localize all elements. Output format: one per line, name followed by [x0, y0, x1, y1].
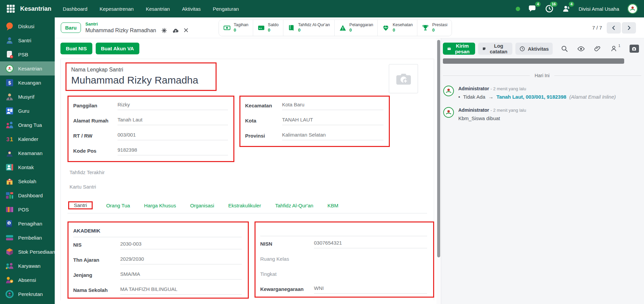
field-label-tahfidz-terakhir[interactable]: Tahfidz Terakhir — [70, 169, 427, 175]
chatter-message: Administrator - 2 menit yang lalu Kbm_Si… — [443, 107, 644, 121]
sidebar-item-kalender[interactable]: 31 Kalender — [0, 132, 55, 146]
sidebar-item-stok[interactable]: Stok Persediaan — [0, 245, 55, 259]
status-badge[interactable]: Baru — [61, 22, 81, 33]
field-label-kartu-santri[interactable]: Kartu Santri — [70, 184, 427, 190]
message-author[interactable]: Administrator — [458, 86, 489, 91]
field-input[interactable]: Kota Baru — [282, 101, 383, 110]
field-input[interactable] — [314, 272, 427, 275]
eye-icon[interactable] — [577, 45, 585, 52]
stat-button-kesehatan[interactable]: Kesehatan0 — [377, 20, 417, 36]
sidebar-item-keamanan[interactable]: Keamanan — [0, 146, 55, 160]
search-messages-icon[interactable] — [561, 45, 568, 52]
tracking-arrow: → — [488, 94, 493, 100]
sidebar-item-kesantrian[interactable]: Kesantrian — [0, 61, 55, 75]
annotation-box-tab-santri: Santri — [68, 201, 93, 209]
messages-icon[interactable]: 4 — [528, 4, 537, 13]
activity-button[interactable]: Aktivitas — [515, 43, 553, 55]
sidebar-item-santri[interactable]: Santri — [0, 33, 55, 47]
field-input[interactable] — [314, 257, 427, 260]
stat-button-pelanggaran[interactable]: Pelanggaran0 — [334, 20, 378, 36]
sidebar-item-karyawan[interactable]: Karyawan — [0, 259, 55, 273]
gear-icon[interactable] — [161, 28, 167, 34]
log-note-button[interactable]: Log catatan — [478, 43, 512, 55]
requests-icon[interactable]: $ 4 — [562, 4, 570, 13]
menu-kepesantrenan[interactable]: Kepesantrenan — [99, 6, 134, 12]
stat-button-prestasi[interactable]: Prestasi0 — [417, 20, 452, 36]
tracking-new-value-link[interactable]: Tanah Laut, 003/001, 9182398 — [496, 94, 566, 100]
sidebar-item-psb[interactable]: PSB — [0, 47, 55, 61]
sidebar-item-pembelian[interactable]: Pembelian — [0, 231, 55, 245]
field-label: NIS — [73, 242, 120, 248]
send-message-button[interactable]: Kirim pesan — [443, 43, 475, 55]
stat-button-tahfidz[interactable]: Tahfidz Al-Qur'an0 — [283, 20, 334, 36]
inventory-cube-icon — [5, 247, 14, 256]
online-status-dot — [516, 7, 520, 11]
camera-chip-icon[interactable] — [630, 45, 639, 53]
dashboard-tiles-icon — [5, 191, 14, 200]
sidebar-item-dashboard[interactable]: Dashboard — [0, 188, 55, 202]
annotation-box-akademik: AKADEMIK NIS 2030-003 Thn Ajaran 2029/20… — [67, 221, 249, 299]
field-label[interactable]: Ruang Kelas — [260, 256, 314, 262]
field-input[interactable]: Rizky — [118, 101, 228, 110]
message-avatar[interactable] — [443, 85, 454, 97]
sidebar-item-orang-tua[interactable]: Orang Tua — [0, 118, 55, 132]
field-input[interactable]: 2030-003 — [120, 240, 242, 249]
svg-text:3: 3 — [6, 136, 9, 142]
user-menu[interactable]: Divisi Amal Usaha — [579, 6, 619, 12]
health-heart-icon — [382, 24, 389, 32]
sidebar-item-penagihan[interactable]: $ Penagihan — [0, 216, 55, 231]
sidebar-item-diskusi[interactable]: Diskusi — [0, 19, 55, 33]
name-field-input[interactable]: Muhammad Rizky Ramadha — [71, 73, 211, 89]
field-input[interactable]: 003/001 — [118, 131, 228, 140]
tab-ekstrakulikuler[interactable]: Ekstrakulikuler — [228, 199, 262, 213]
menu-kesantrian[interactable]: Kesantrian — [146, 6, 170, 12]
field-input[interactable]: Kalimantan Selatan — [282, 131, 383, 140]
tab-santri[interactable]: Santri — [73, 199, 88, 211]
menu-aktivitas[interactable]: Aktivitas — [182, 6, 201, 12]
sidebar-item-sekolah[interactable]: Sekolah — [0, 174, 55, 188]
sidebar-item-pos[interactable]: POS — [0, 202, 55, 216]
scrollbar-thumb[interactable] — [437, 40, 440, 257]
activities-clock-icon[interactable]: 16 — [545, 4, 554, 13]
pager-next-button[interactable] — [622, 22, 636, 34]
breadcrumb-model-link[interactable]: Santri — [85, 21, 189, 27]
field-input[interactable]: MA TAHFIZH BILINGUAL — [120, 286, 242, 295]
field-input[interactable]: 9182398 — [118, 146, 228, 155]
field-input[interactable]: WNI — [314, 285, 427, 294]
tracking-old-value: Tidak Ada — [463, 94, 485, 100]
stat-button-tagihan[interactable]: Tagihan0 — [219, 20, 253, 36]
field-input[interactable]: 2029/2030 — [120, 255, 242, 264]
message-avatar[interactable] — [443, 107, 454, 118]
field-input[interactable]: 0307654321 — [314, 239, 427, 248]
menu-pengaturan[interactable]: Pengaturan — [213, 6, 239, 12]
tab-harga-khusus[interactable]: Harga Khusus — [143, 199, 177, 213]
tab-organisasi[interactable]: Organisasi — [189, 199, 215, 213]
photo-upload-box[interactable] — [389, 64, 418, 93]
buat-akun-va-button[interactable]: Buat Akun VA — [96, 43, 139, 54]
sidebar-item-guru[interactable]: Guru — [0, 104, 55, 118]
field-input[interactable]: TANAH LAUT — [282, 116, 383, 125]
pager-previous-button[interactable] — [607, 22, 621, 34]
tab-kbm[interactable]: KBM — [327, 199, 339, 213]
discard-x-icon[interactable] — [183, 28, 189, 34]
buat-nis-button[interactable]: Buat NIS — [60, 43, 92, 54]
stat-button-saldo[interactable]: Saldo0 — [253, 20, 283, 36]
app-brand[interactable]: Kesantrian — [20, 5, 51, 12]
paperclip-icon[interactable] — [594, 45, 601, 52]
sidebar-item-keuangan[interactable]: $ Keuangan — [0, 75, 55, 90]
field-label[interactable]: Tingkat — [260, 271, 314, 277]
menu-dashboard[interactable]: Dashboard — [63, 6, 87, 12]
field-input[interactable]: Tanah Laut — [118, 116, 228, 125]
followers-button[interactable]: 1 — [610, 45, 620, 52]
sidebar-item-perekrutan[interactable]: Perekrutan — [0, 287, 55, 301]
message-author[interactable]: Administrator — [458, 107, 489, 113]
sidebar-item-kontak[interactable]: Kontak — [0, 160, 55, 174]
field-input[interactable]: SMA/MA — [120, 270, 242, 280]
sidebar-item-musyrif[interactable]: Musyrif — [0, 90, 55, 104]
sidebar-item-absensi[interactable]: Absensi — [0, 273, 55, 287]
tab-orang-tua[interactable]: Orang Tua — [105, 199, 131, 213]
cloud-save-icon[interactable] — [172, 28, 178, 34]
user-avatar[interactable] — [627, 3, 638, 14]
tab-tahfidz[interactable]: Tahfidz Al-Qur'an — [274, 199, 314, 213]
apps-grid-icon[interactable] — [6, 4, 15, 13]
